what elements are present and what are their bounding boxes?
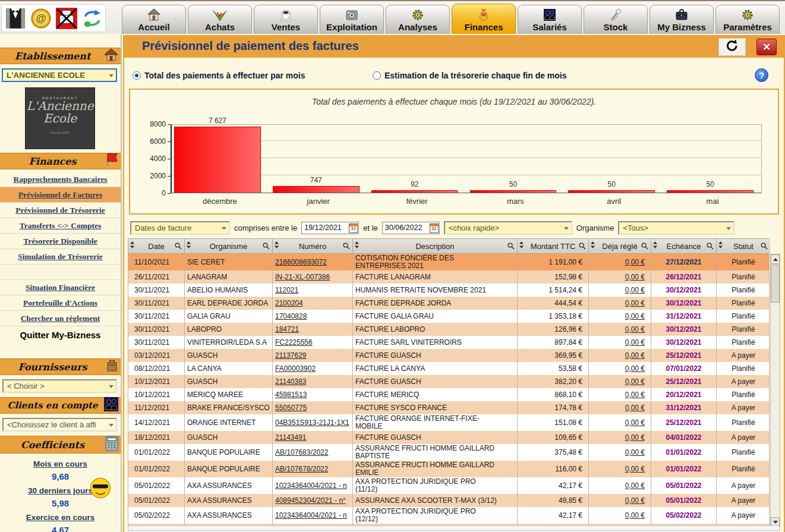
coefficient-link-exercice-en-cours[interactable]: Exercice en cours xyxy=(0,513,121,522)
paid-amount-link[interactable]: 0,00 € xyxy=(625,433,645,442)
column-header-organisme[interactable]: Organisme xyxy=(185,239,273,253)
horizontal-scrollbar[interactable] xyxy=(128,525,780,531)
paid-amount-link[interactable]: 0,00 € xyxy=(625,465,645,473)
tab-param-tres[interactable]: Paramètres xyxy=(715,5,780,34)
help-button[interactable]: ? xyxy=(755,68,768,82)
table-row[interactable]: 30/11/2021ABELIO HUMANIS112021HUMANIS RE… xyxy=(128,284,769,297)
paid-amount-link[interactable]: 0,00 € xyxy=(625,496,645,505)
tab-analyses[interactable]: Analyses xyxy=(386,5,450,34)
search-icon[interactable] xyxy=(761,243,768,251)
at-coin-icon[interactable]: @ xyxy=(29,7,52,30)
paid-amount-link[interactable]: 0,00 € xyxy=(625,364,645,373)
table-row[interactable]: 11/10/2021SIE CERET2166008693072COTISATI… xyxy=(128,254,769,270)
paid-amount-link[interactable]: 0,00 € xyxy=(625,511,645,520)
paid-amount-link[interactable]: 0,00 € xyxy=(625,351,645,360)
tab-accueil[interactable]: Accueil xyxy=(122,5,186,34)
invoice-number-link[interactable]: 21140383 xyxy=(275,377,307,386)
invoice-number-link[interactable]: 17040828 xyxy=(275,312,307,320)
invoice-number-link[interactable]: 2166008693072 xyxy=(275,258,327,266)
paid-amount-link[interactable]: 0,00 € xyxy=(625,481,645,490)
column-header-ech-ance[interactable]: Echéance xyxy=(651,239,717,253)
invoice-number-link[interactable]: 10234364004/2021 - n xyxy=(275,511,347,520)
search-icon[interactable] xyxy=(707,243,714,251)
sort-icon[interactable] xyxy=(519,241,524,250)
sidebar-item-chercher-un-r-glement[interactable]: Chercher un règlement xyxy=(0,311,121,326)
search-icon[interactable] xyxy=(641,243,648,251)
table-row[interactable]: 30/11/2021LABOPRO184721FACTURE LABOPRO12… xyxy=(128,323,769,336)
invoice-number-link[interactable]: AB/107678/2022 xyxy=(275,465,328,473)
search-icon[interactable] xyxy=(507,243,515,251)
paid-amount-link[interactable]: 0,00 € xyxy=(625,404,645,412)
sort-icon[interactable] xyxy=(275,241,279,250)
invoice-number-link[interactable]: 21137629 xyxy=(275,351,307,360)
client-select[interactable]: <Choisissez le client à affi xyxy=(2,418,117,432)
sort-icon[interactable] xyxy=(718,241,723,250)
radio-estimation-tresorerie[interactable]: Estimation de la trésorerie chaque fin d… xyxy=(373,71,567,80)
paid-amount-link[interactable]: 0,00 € xyxy=(625,325,645,333)
paid-amount-link[interactable]: 0,00 € xyxy=(625,299,645,307)
vertical-scrollbar[interactable] xyxy=(770,254,780,527)
column-header-statut[interactable]: Statut xyxy=(717,239,770,253)
invoice-number-link[interactable]: 21143491 xyxy=(275,433,307,442)
sidebar-item-pr-visionnel-de-factures[interactable]: Prévisionnel de Factures xyxy=(0,187,121,203)
tab-stock[interactable]: Stock xyxy=(584,5,648,34)
tab-achats[interactable]: Achats xyxy=(188,5,252,34)
invoice-number-link[interactable]: IN-21-XL-007386 xyxy=(275,273,330,281)
column-header-date[interactable]: Date xyxy=(128,239,185,253)
invoice-number-link[interactable]: 4089452304/2021 - n° xyxy=(275,496,346,505)
table-row[interactable]: 03/12/2021GUASCH21137629FACTURE GUASCH36… xyxy=(128,349,769,362)
establishment-select[interactable]: L'ANCIENNE ECOLE xyxy=(2,68,117,82)
search-icon[interactable] xyxy=(263,243,270,251)
fax-blocked-icon[interactable] xyxy=(55,7,78,30)
organisme-select[interactable]: <Tous> xyxy=(618,221,734,235)
table-row[interactable]: 14/12/2021ORANGE INTERNET04B351S913-21J1… xyxy=(128,414,769,431)
column-header-d-ja-r-gl[interactable]: Déja réglé xyxy=(589,239,651,253)
calendar-icon[interactable]: 31 xyxy=(349,223,358,233)
table-row[interactable]: 10/12/2021GUASCH21140383FACTURE GUASCH38… xyxy=(128,375,769,388)
sidebar-item-pr-visionnel-de-tr-sorerie[interactable]: Prévisionnel de Trésorerie xyxy=(0,203,121,218)
paid-amount-link[interactable]: 0,00 € xyxy=(625,286,645,294)
coefficient-link-mois-en-cours[interactable]: Mois en cours xyxy=(0,459,121,468)
sidebar-item-portefeuille-d-actions[interactable]: Portefeuille d'Actions xyxy=(0,295,121,311)
search-icon[interactable] xyxy=(579,243,586,251)
invoice-number-link[interactable]: AB/107683/2022 xyxy=(275,448,328,457)
tab-my-bizness[interactable]: My Bizness xyxy=(650,5,714,34)
tab-finances[interactable]: QuickenFinances xyxy=(452,4,516,34)
sort-icon[interactable] xyxy=(130,241,134,250)
invoice-number-link[interactable]: 55050775 xyxy=(275,404,307,412)
sidebar-item-simulation-de-tr-sorerie[interactable]: Simulation de Trésorerie xyxy=(0,249,121,265)
supplier-select[interactable]: < Choisir > xyxy=(2,379,117,393)
refresh-button[interactable] xyxy=(718,38,746,56)
table-row[interactable]: 08/12/2021LA CANYAFA00003902FACTURE LA C… xyxy=(128,362,769,375)
tab-ventes[interactable]: Ventes xyxy=(254,5,318,34)
table-row[interactable]: 30/11/2021EARL DEPRADE JORDA2100204FACTU… xyxy=(128,297,769,310)
paid-amount-link[interactable]: 0,00 € xyxy=(625,377,645,386)
sidebar-item-transferts-comptes[interactable]: Transferts <-> Comptes xyxy=(0,218,121,234)
column-header-num-ro[interactable]: Numéro xyxy=(273,239,353,253)
sidebar-item-quit[interactable]: Quitter My-Bizness xyxy=(0,326,121,343)
table-row[interactable]: 18/12/2021GUASCH21143491FACTURE GUASCH10… xyxy=(128,431,769,444)
invoice-number-link[interactable]: FC2225556 xyxy=(275,338,313,347)
date-from-input[interactable]: 19/12/2021 31 xyxy=(301,222,359,234)
table-row[interactable]: 05/01/2022AXA ASSURANCES4089452304/2021 … xyxy=(128,494,769,507)
table-row[interactable]: 10/12/2021MERICQ MAREE45981513FACTURE ME… xyxy=(128,388,769,401)
search-icon[interactable] xyxy=(343,243,350,251)
table-row[interactable]: 01/01/2022BANQUE POPULAIREAB/107678/2022… xyxy=(128,461,769,477)
scrollbar-thumb[interactable] xyxy=(771,265,780,303)
paid-amount-link[interactable]: 0,00 € xyxy=(625,258,645,266)
paid-amount-link[interactable]: 0,00 € xyxy=(625,312,645,320)
tuxedo-icon[interactable] xyxy=(4,7,27,30)
invoice-number-link[interactable]: 10234364004/2021 - n xyxy=(275,481,347,490)
invoice-number-link[interactable]: FA00003902 xyxy=(275,364,316,373)
search-icon[interactable] xyxy=(175,243,182,251)
tab-salari-s[interactable]: Salariés xyxy=(518,5,582,34)
table-row[interactable]: 26/11/2021LANAGRAMIN-21-XL-007386FACTURE… xyxy=(128,270,769,284)
sidebar-item-tr-sorerie-disponible[interactable]: Trésorerie Disponible xyxy=(0,234,121,249)
invoice-number-link[interactable]: 184721 xyxy=(275,325,299,333)
radio-total-paiements[interactable]: Total des paiements à effectuer par mois xyxy=(133,71,305,80)
invoice-number-link[interactable]: 04B351S913-21J1-1X1 xyxy=(275,418,349,427)
invoice-number-link[interactable]: 2100204 xyxy=(275,299,303,307)
column-header-description[interactable]: Description xyxy=(353,239,518,253)
table-row[interactable]: 01/01/2022BANQUE POPULAIREAB/107683/2022… xyxy=(128,444,769,461)
calendar-icon[interactable]: 31 xyxy=(430,223,439,233)
